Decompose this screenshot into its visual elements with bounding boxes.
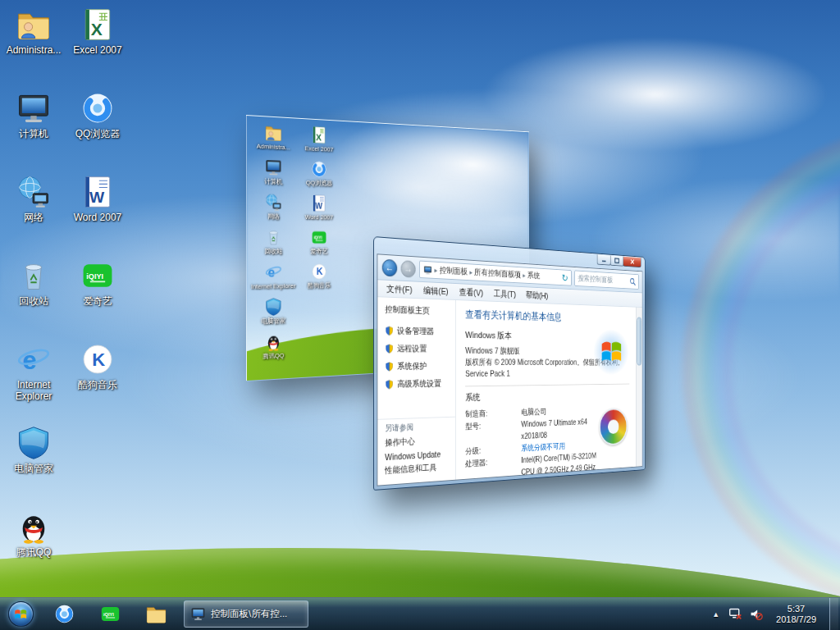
desktop-icon-recycle[interactable]: 回收站 (251, 226, 296, 262)
start-button[interactable] (0, 598, 41, 630)
sidebar-item[interactable]: 系统保护 (385, 361, 455, 372)
desktop-icon-pcmanager[interactable]: 电脑管家 (2, 422, 65, 505)
desktop-icon-label: 腾讯QQ (16, 547, 52, 559)
system-window[interactable]: ← → ▸ 控制面板 ▸ 所有控制面板项 ▸ 系统 ↻ 搜索控制面板 (373, 236, 646, 491)
desktop-icon-label: 网络 (267, 212, 280, 220)
folder-icon (145, 603, 167, 625)
preview-icon-grid: Administra...计算机网络回收站Internet Explorer电脑… (250, 121, 341, 367)
desktop-icon-iqiyi[interactable]: 爱奇艺 (297, 227, 340, 262)
desktop-icon-qqbrowser[interactable]: QQ浏览器 (297, 158, 340, 194)
desktop-icon-network[interactable]: 网络 (251, 191, 296, 226)
desktop-icon-kugou[interactable]: 酷狗音乐 (297, 261, 340, 295)
back-button[interactable]: ← (382, 258, 398, 276)
desktop-icon-recycle[interactable]: 回收站 (2, 254, 65, 338)
desktop-icon-label: Administra... (7, 45, 62, 57)
desktop-icon-label: Word 2007 (74, 212, 121, 224)
desktop: Administra...计算机网络回收站Internet Explorer电脑… (0, 0, 840, 630)
desktop-icon-administrator[interactable]: Administra... (2, 3, 65, 87)
desktop-icon-word[interactable]: Word 2007 (66, 171, 129, 254)
sidebar-item[interactable]: 远程设置 (385, 343, 455, 354)
desktop-icon-qqbrowser[interactable]: QQ浏览器 (66, 87, 129, 171)
recycle-icon (16, 258, 52, 294)
desktop-icon-qq[interactable]: 腾讯QQ (2, 505, 65, 589)
scrollbar[interactable] (636, 308, 642, 467)
forward-button[interactable]: → (401, 260, 416, 278)
taskbar-iqiyi-button[interactable] (89, 600, 131, 629)
iqiyi-icon (99, 603, 121, 625)
control-panel-icon (423, 264, 432, 275)
see-also-section: 另请参阅 操作中心Windows Update性能信息和工具 (377, 417, 455, 481)
volume-muted-icon[interactable] (749, 607, 763, 621)
desktop-icon-iqiyi[interactable]: 爱奇艺 (66, 254, 129, 338)
search-icon (629, 277, 636, 286)
desktop-icon-ie[interactable]: Internet Explorer (2, 338, 65, 422)
system-info-label: 型号: (465, 418, 521, 445)
network-disconnected-icon[interactable] (728, 607, 742, 621)
qq-browser-icon (53, 603, 75, 625)
desktop-icon-label: Excel 2007 (73, 45, 121, 57)
desktop-icon-excel[interactable]: Excel 2007 (66, 3, 129, 87)
maximize-button[interactable] (610, 256, 623, 267)
menu-item[interactable]: 编辑(E) (418, 284, 454, 297)
desktop-icon-label: 爱奇艺 (83, 296, 112, 308)
uac-shield-icon (385, 362, 394, 372)
search-placeholder: 搜索控制面板 (578, 273, 613, 285)
taskbar-qq-browser-button[interactable] (43, 600, 85, 629)
breadcrumb-system[interactable]: 系统 (527, 270, 540, 281)
tray-expand-icon[interactable]: ▲ (710, 610, 722, 619)
qq-icon (16, 509, 52, 545)
desktop-icon-network[interactable]: 网络 (2, 171, 65, 254)
desktop-icon-word[interactable]: Word 2007 (297, 193, 340, 228)
search-box[interactable]: 搜索控制面板 (574, 270, 639, 289)
control-panel-window-icon (190, 606, 206, 622)
clock[interactable]: 5:37 2018/7/29 (769, 604, 823, 625)
minimize-icon (601, 256, 606, 262)
desktop-icon-ie[interactable]: Internet Explorer (251, 262, 296, 297)
desktop-icon-qq[interactable]: 腾讯QQ (251, 331, 296, 368)
minimize-button[interactable] (597, 254, 611, 265)
close-button[interactable] (623, 257, 641, 267)
clock-time: 5:37 (776, 604, 816, 614)
menu-item[interactable]: 查看(V) (454, 285, 488, 299)
desktop-icon-computer[interactable]: 计算机 (251, 156, 296, 192)
qqbrowser-icon (80, 90, 116, 126)
see-also-link[interactable]: 性能信息和工具 (385, 461, 455, 477)
breadcrumb-control-panel[interactable]: 控制面板 (440, 265, 468, 277)
taskbar-window-control-panel[interactable]: 控制面板\所有控... (184, 600, 308, 628)
administrator-icon (16, 7, 52, 43)
desktop-icon-label: QQ浏览器 (306, 179, 332, 187)
sidebar-item[interactable]: 高级系统设置 (385, 378, 455, 390)
desktop-icon-label: Internet Explorer (251, 282, 295, 290)
desktop-icon-label: Administra... (257, 143, 290, 152)
desktop-icon-computer[interactable]: 计算机 (2, 87, 65, 171)
desktop-icon-label: Excel 2007 (305, 144, 334, 153)
breadcrumb-all-items[interactable]: 所有控制面板项 (474, 267, 521, 281)
menu-item[interactable]: 帮助(H) (521, 289, 553, 301)
word-icon (311, 194, 328, 213)
taskbar-explorer-button[interactable] (135, 600, 177, 629)
desktop-icon-excel[interactable]: Excel 2007 (297, 124, 340, 160)
sidebar-control-panel-home[interactable]: 控制面板主页 (385, 304, 455, 317)
windows-edition-section: Windows 版本 Windows 7 旗舰版 版权所有 © 2009 Mic… (465, 329, 629, 386)
desktop-icon-label: 计算机 (264, 178, 282, 186)
show-desktop-button[interactable] (829, 598, 838, 630)
system-tray: ▲ 5:37 2018/7/29 (710, 598, 840, 630)
desktop-icon-kugou[interactable]: 酷狗音乐 (66, 338, 129, 422)
desktop-icon-pcmanager[interactable]: 电脑管家 (251, 296, 296, 332)
see-also-link[interactable]: Windows Update (385, 449, 455, 462)
uac-shield-icon (385, 344, 394, 354)
refresh-icon[interactable]: ↻ (562, 272, 568, 284)
qqbrowser-icon (311, 159, 328, 179)
breadcrumb[interactable]: ▸ 控制面板 ▸ 所有控制面板项 ▸ 系统 ↻ (419, 261, 572, 286)
desktop-icon-grid: Administra...计算机网络回收站Internet Explorer电脑… (2, 3, 130, 589)
menu-item[interactable]: 工具(T) (488, 287, 521, 300)
see-also-link[interactable]: 操作中心 (385, 435, 455, 450)
iqiyi-icon (80, 258, 116, 294)
scrollbar-thumb[interactable] (637, 317, 641, 366)
desktop-icon-label: 回收站 (19, 296, 48, 308)
taskbar: 控制面板\所有控... ▲ 5:37 2018/7/29 (0, 597, 840, 630)
page-title: 查看有关计算机的基本信息 (465, 308, 629, 326)
menu-item[interactable]: 文件(F) (381, 282, 418, 296)
sidebar-item[interactable]: 设备管理器 (385, 325, 455, 337)
desktop-icon-administrator[interactable]: Administra... (251, 121, 296, 158)
